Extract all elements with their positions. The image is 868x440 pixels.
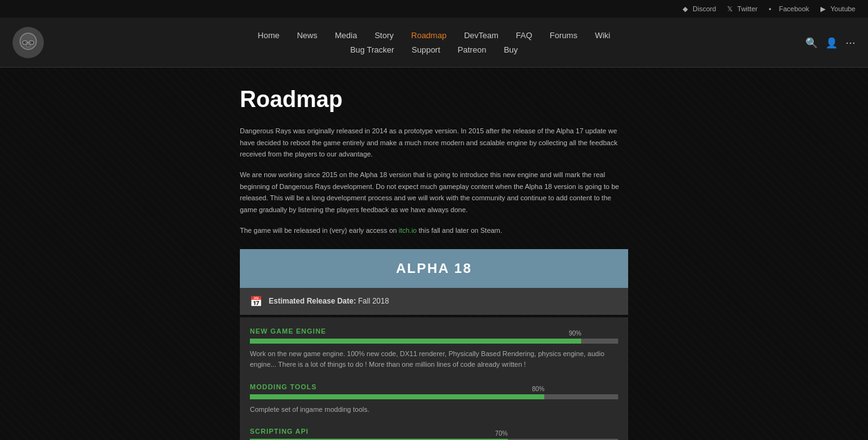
release-date-bar: 📅 Estimated Release Date: Fall 2018 xyxy=(240,288,628,315)
progress-label-0: 90% xyxy=(569,330,581,337)
logo[interactable] xyxy=(13,27,44,58)
nav-faq[interactable]: FAQ xyxy=(516,29,532,41)
discord-label: Discord xyxy=(693,5,716,13)
facebook-icon: ▪ xyxy=(769,5,777,13)
discord-icon: ◆ xyxy=(683,5,690,13)
twitter-label: Twitter xyxy=(737,5,757,13)
page-title: Roadmap xyxy=(240,86,628,113)
discord-link[interactable]: ◆ Discord xyxy=(683,5,716,13)
nav-home[interactable]: Home xyxy=(258,29,280,41)
features-section: New Game Engine 90% Work on the new game… xyxy=(240,317,628,441)
release-date-text: Estimated Release Date: Fall 2018 xyxy=(269,297,389,305)
nav-patreon[interactable]: Patreon xyxy=(458,44,487,56)
alpha-banner: ALPHA 18 xyxy=(240,249,628,288)
twitter-icon: 𝕏 xyxy=(727,5,735,13)
progress-bar-fill-1: 80% xyxy=(250,394,544,399)
progress-label-1: 80% xyxy=(532,386,544,392)
feature-name-2: Scripting API xyxy=(250,427,618,435)
progress-bar-bg-1: 80% xyxy=(250,394,618,399)
progress-label-2: 70% xyxy=(495,430,508,437)
intro-paragraph-3: The game will be released in (very) earl… xyxy=(240,225,628,237)
search-icon[interactable]: 🔍 xyxy=(805,36,818,48)
feature-desc-1: Complete set of ingame modding tools. xyxy=(250,404,618,416)
top-bar: ◆ Discord 𝕏 Twitter ▪ Facebook ▶ Youtube xyxy=(0,0,868,18)
nav-media[interactable]: Media xyxy=(335,29,357,41)
main-content: Roadmap Dangerous Rays was originally re… xyxy=(240,68,628,440)
nav-buy[interactable]: Buy xyxy=(504,44,517,56)
feature-name-1: Modding Tools xyxy=(250,383,618,391)
nav-devteam[interactable]: DevTeam xyxy=(464,29,499,41)
nav-forums[interactable]: Forums xyxy=(550,29,577,41)
more-icon[interactable]: ⋯ xyxy=(845,36,855,48)
nav-news[interactable]: News xyxy=(297,29,318,41)
twitter-link[interactable]: 𝕏 Twitter xyxy=(727,5,757,13)
user-icon[interactable]: 👤 xyxy=(825,36,838,48)
youtube-icon: ▶ xyxy=(820,5,828,13)
feature-name-0: New Game Engine xyxy=(250,327,618,335)
intro-paragraph-1: Dangerous Rays was originally released i… xyxy=(240,125,628,160)
nav-row-2: Bug Tracker Support Patreon Buy xyxy=(350,44,518,56)
feature-modding-tools: Modding Tools 80% Complete set of ingame… xyxy=(250,383,618,416)
nav-story[interactable]: Story xyxy=(375,29,393,41)
intro-paragraph-2: We are now working since 2015 on the Alp… xyxy=(240,169,628,216)
calendar-icon: 📅 xyxy=(250,295,262,307)
alpha-label: ALPHA 18 xyxy=(396,260,472,276)
facebook-link[interactable]: ▪ Facebook xyxy=(769,5,809,13)
svg-rect-3 xyxy=(26,44,30,47)
facebook-label: Facebook xyxy=(779,5,809,13)
progress-bar-bg-0: 90% xyxy=(250,339,618,344)
navbar: Home News Media Story Roadmap DevTeam FA… xyxy=(0,18,868,68)
progress-bar-fill-0: 90% xyxy=(250,339,581,344)
youtube-link[interactable]: ▶ Youtube xyxy=(820,5,855,13)
nav-wiki[interactable]: Wiki xyxy=(595,29,611,41)
nav-bug-tracker[interactable]: Bug Tracker xyxy=(350,44,394,56)
itchio-link[interactable]: itch.io xyxy=(399,227,417,234)
nav-support[interactable]: Support xyxy=(411,44,440,56)
nav-links: Home News Media Story Roadmap DevTeam FA… xyxy=(258,29,611,56)
youtube-label: Youtube xyxy=(830,5,855,13)
feature-new-game-engine: New Game Engine 90% Work on the new game… xyxy=(250,327,618,371)
feature-scripting-api: Scripting API 70% Scripting API that can… xyxy=(250,427,618,440)
nav-row-1: Home News Media Story Roadmap DevTeam FA… xyxy=(258,29,611,41)
nav-roadmap[interactable]: Roadmap xyxy=(411,29,447,41)
feature-desc-0: Work on the new game engine. 100% new co… xyxy=(250,349,618,371)
nav-icons: 🔍 👤 ⋯ xyxy=(805,36,855,48)
logo-icon xyxy=(13,27,44,58)
